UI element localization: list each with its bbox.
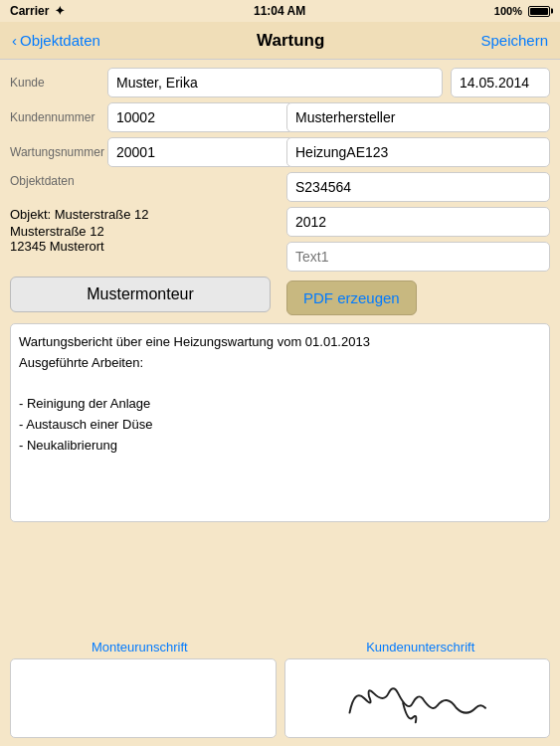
- battery-percent: 100%: [494, 5, 522, 17]
- serial-input[interactable]: [286, 172, 550, 202]
- date-input[interactable]: [451, 68, 550, 97]
- monteur-sig-label: Monteurunschrift: [10, 640, 270, 654]
- wartungsnummer-row: Wartungsnummer: [10, 137, 550, 167]
- kundennummer-row: Kundennummer: [10, 102, 550, 132]
- geraet-input[interactable]: [286, 137, 550, 167]
- objektdaten-label: Objektdaten: [10, 174, 75, 188]
- monteur-button[interactable]: Mustermonteur: [10, 277, 271, 312]
- kunde-row: Kunde: [10, 68, 550, 97]
- address-line1: Musterstraße 12: [10, 224, 279, 239]
- address-line2: 12345 Musterort: [10, 239, 279, 254]
- address-year-row: Objekt: Musterstraße 12 Musterstraße 12 …: [10, 207, 550, 272]
- wartungsnummer-input[interactable]: [107, 137, 299, 167]
- save-button[interactable]: Speichern: [480, 32, 548, 49]
- carrier-label: Carrier: [10, 4, 49, 18]
- objekt-name: Objekt: Musterstraße 12: [10, 207, 279, 222]
- back-button[interactable]: ‹ Objektdaten: [12, 32, 100, 49]
- pdf-button[interactable]: PDF erzeugen: [286, 280, 417, 315]
- chevron-left-icon: ‹: [12, 32, 17, 49]
- nav-bar: ‹ Objektdaten Wartung Speichern: [0, 22, 560, 60]
- year-input[interactable]: [286, 207, 550, 237]
- page-title: Wartung: [257, 31, 324, 51]
- kunde-input[interactable]: [107, 68, 443, 97]
- kundennummer-label: Kundennummer: [10, 110, 99, 124]
- objektdaten-row: Objektdaten: [10, 172, 550, 202]
- monteur-pdf-row: Mustermonteur PDF erzeugen: [10, 277, 550, 318]
- signature-section: Monteurunschrift Kundenunterschrift: [0, 632, 560, 746]
- kunden-sig-label: Kundenunterschrift: [290, 640, 550, 654]
- address-text: Musterstraße 12 12345 Musterort: [10, 224, 279, 254]
- back-label: Objektdaten: [20, 32, 100, 49]
- sig-labels: Monteurunschrift Kundenunterschrift: [10, 640, 550, 654]
- kunde-label: Kunde: [10, 76, 99, 90]
- wifi-icon: ✦: [55, 4, 65, 18]
- kunden-sig-svg: [285, 659, 550, 737]
- bericht-textarea[interactable]: Wartungsbericht über eine Heizungswartun…: [10, 323, 550, 522]
- monteur-sig-box[interactable]: [10, 658, 277, 738]
- wartungsnummer-label: Wartungsnummer: [10, 145, 99, 159]
- main-content: Kunde Kundennummer Wartungsnummer Objekt…: [0, 60, 560, 530]
- text1-input[interactable]: [286, 242, 550, 272]
- kundennummer-input[interactable]: [107, 102, 299, 132]
- time-label: 11:04 AM: [254, 4, 305, 18]
- hersteller-input[interactable]: [286, 102, 550, 132]
- battery-icon: [528, 6, 550, 17]
- sig-boxes: [10, 658, 550, 738]
- status-bar: Carrier ✦ 11:04 AM 100%: [0, 0, 560, 22]
- kunden-sig-box[interactable]: [284, 658, 551, 738]
